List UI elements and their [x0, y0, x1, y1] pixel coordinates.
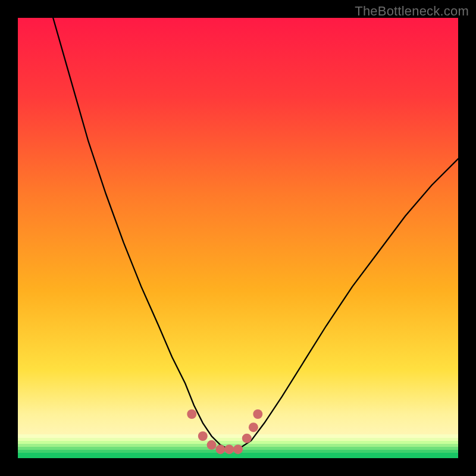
curve-marker: [249, 422, 258, 432]
curve-marker: [215, 444, 225, 454]
curve-marker: [187, 409, 196, 419]
gradient-background: [18, 18, 458, 458]
curve-marker: [253, 409, 262, 419]
curve-marker: [224, 444, 234, 454]
svg-rect-2: [18, 441, 458, 444]
curve-marker: [242, 434, 252, 443]
chart-container: TheBottleneck.com: [0, 0, 476, 476]
svg-rect-1: [18, 438, 458, 441]
plot-svg: [18, 18, 458, 458]
watermark-text: TheBottleneck.com: [355, 4, 469, 19]
svg-rect-0: [18, 434, 458, 438]
curve-marker: [233, 444, 243, 454]
plot-area: [18, 18, 458, 458]
curve-marker: [207, 440, 217, 450]
curve-marker: [198, 431, 208, 441]
